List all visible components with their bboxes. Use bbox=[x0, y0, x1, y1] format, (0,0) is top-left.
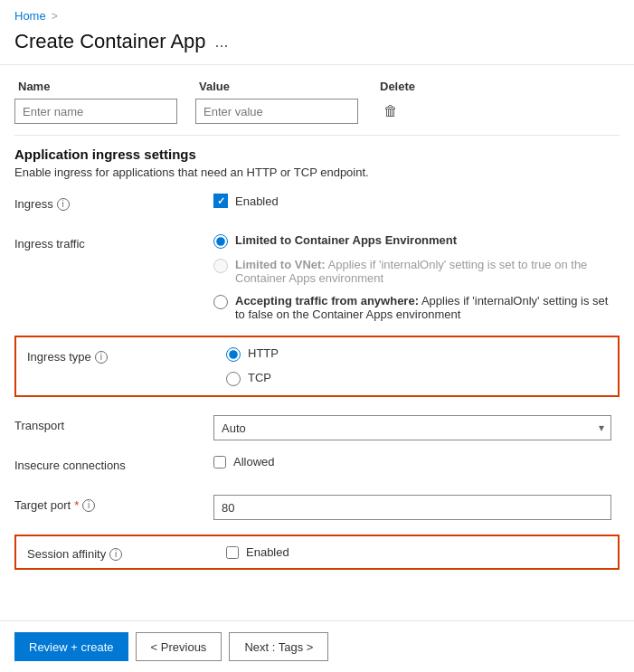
session-affinity-checkbox[interactable] bbox=[226, 546, 239, 559]
value-column-header: Value bbox=[195, 80, 376, 93]
transport-label: Transport bbox=[14, 415, 213, 432]
ingress-traffic-control: Limited to Container Apps Environment Li… bbox=[213, 233, 620, 321]
name-input[interactable] bbox=[14, 99, 177, 124]
name-value-table-header: Name Value Delete bbox=[14, 80, 620, 93]
insecure-connections-label: Insecure connections bbox=[14, 455, 213, 472]
target-port-input[interactable]: 80 bbox=[213, 495, 611, 520]
insecure-connections-control: Allowed bbox=[213, 455, 620, 469]
ingress-type-control: HTTP TCP bbox=[226, 346, 607, 386]
transport-row: Transport Auto HTTP/1 HTTP/2 GRPC ▾ bbox=[14, 415, 620, 440]
ingress-type-label: Ingress type i bbox=[27, 346, 226, 364]
footer: Review + create < Previous Next : Tags > bbox=[0, 620, 634, 648]
ingress-type-radio-http[interactable] bbox=[226, 347, 241, 362]
traffic-radio-limited-vnet[interactable] bbox=[213, 259, 228, 273]
target-port-control: 80 bbox=[213, 495, 620, 520]
ingress-control: Enabled bbox=[213, 194, 620, 208]
insecure-connections-row: Insecure connections Allowed bbox=[14, 455, 620, 480]
insecure-connections-checkbox-label[interactable]: Allowed bbox=[213, 455, 620, 469]
session-affinity-info-icon[interactable]: i bbox=[109, 548, 122, 561]
session-affinity-highlighted-box: Session affinity i Enabled bbox=[14, 535, 620, 570]
transport-select[interactable]: Auto HTTP/1 HTTP/2 GRPC bbox=[213, 415, 611, 440]
breadcrumb-home[interactable]: Home bbox=[14, 9, 46, 23]
traffic-radio-limited-container[interactable] bbox=[213, 234, 228, 249]
transport-control: Auto HTTP/1 HTTP/2 GRPC ▾ bbox=[213, 415, 620, 440]
page-header: Create Container App ... bbox=[0, 26, 634, 65]
ingress-traffic-label: Ingress traffic bbox=[14, 233, 213, 251]
target-port-info-icon[interactable]: i bbox=[82, 499, 95, 512]
name-value-row: 🗑 bbox=[14, 99, 620, 124]
ingress-checkbox-checked bbox=[213, 194, 228, 208]
transport-select-wrapper: Auto HTTP/1 HTTP/2 GRPC ▾ bbox=[213, 415, 611, 440]
insecure-connections-value: Allowed bbox=[233, 455, 275, 469]
ingress-type-radio-tcp[interactable] bbox=[226, 372, 241, 386]
review-create-button[interactable]: Review + create bbox=[14, 632, 128, 648]
target-port-required-marker: * bbox=[74, 498, 79, 512]
delete-row-icon[interactable]: 🗑 bbox=[383, 103, 449, 119]
traffic-option-accepting-anywhere[interactable]: Accepting traffic from anywhere: Applies… bbox=[213, 294, 620, 321]
ingress-type-row: Ingress type i HTTP TCP bbox=[14, 336, 620, 401]
ingress-section-desc: Enable ingress for applications that nee… bbox=[14, 166, 620, 179]
ingress-info-icon[interactable]: i bbox=[57, 198, 70, 211]
page-title: Create Container App bbox=[14, 30, 206, 53]
session-affinity-control: Enabled bbox=[226, 545, 607, 559]
ingress-type-tcp-label: TCP bbox=[248, 371, 271, 384]
traffic-option-limited-container-label: Limited to Container Apps Environment bbox=[235, 233, 620, 247]
traffic-option-accepting-anywhere-text: Accepting traffic from anywhere: Applies… bbox=[235, 294, 620, 321]
ingress-row: Ingress i Enabled bbox=[14, 194, 620, 219]
traffic-option-limited-vnet-text: Limited to VNet: Applies if 'internalOnl… bbox=[235, 258, 620, 285]
ingress-enabled-checkbox-label[interactable]: Enabled bbox=[213, 194, 620, 208]
ingress-type-highlighted-box: Ingress type i HTTP TCP bbox=[14, 336, 620, 397]
next-button[interactable]: Next : Tags > bbox=[229, 632, 328, 648]
session-affinity-checkbox-label[interactable]: Enabled bbox=[226, 545, 607, 559]
previous-button[interactable]: < Previous bbox=[136, 632, 222, 648]
target-port-row: Target port * i 80 bbox=[14, 495, 620, 520]
ingress-section-title: Application ingress settings bbox=[14, 147, 620, 162]
session-affinity-enabled-label: Enabled bbox=[246, 545, 289, 559]
delete-column-header: Delete bbox=[376, 80, 449, 93]
ingress-type-info-icon[interactable]: i bbox=[95, 351, 108, 364]
traffic-radio-accepting-anywhere[interactable] bbox=[213, 295, 228, 309]
ingress-type-http[interactable]: HTTP bbox=[226, 346, 607, 362]
breadcrumb-separator: > bbox=[52, 10, 58, 23]
breadcrumb: Home > bbox=[0, 0, 634, 26]
ingress-label: Ingress i bbox=[14, 194, 213, 211]
more-options-icon[interactable]: ... bbox=[215, 33, 229, 52]
target-port-label: Target port * i bbox=[14, 495, 213, 512]
name-column-header: Name bbox=[14, 80, 195, 93]
value-input[interactable] bbox=[195, 99, 358, 124]
ingress-type-tcp[interactable]: TCP bbox=[226, 371, 607, 386]
ingress-enabled-label: Enabled bbox=[235, 194, 279, 208]
insecure-connections-checkbox[interactable] bbox=[213, 456, 226, 469]
session-affinity-label: Session affinity i bbox=[27, 544, 226, 561]
traffic-option-limited-vnet[interactable]: Limited to VNet: Applies if 'internalOnl… bbox=[213, 258, 620, 285]
traffic-option-limited-container[interactable]: Limited to Container Apps Environment bbox=[213, 233, 620, 249]
ingress-traffic-row: Ingress traffic Limited to Container App… bbox=[14, 233, 620, 321]
ingress-type-http-label: HTTP bbox=[248, 346, 279, 360]
section-divider-1 bbox=[14, 135, 620, 136]
